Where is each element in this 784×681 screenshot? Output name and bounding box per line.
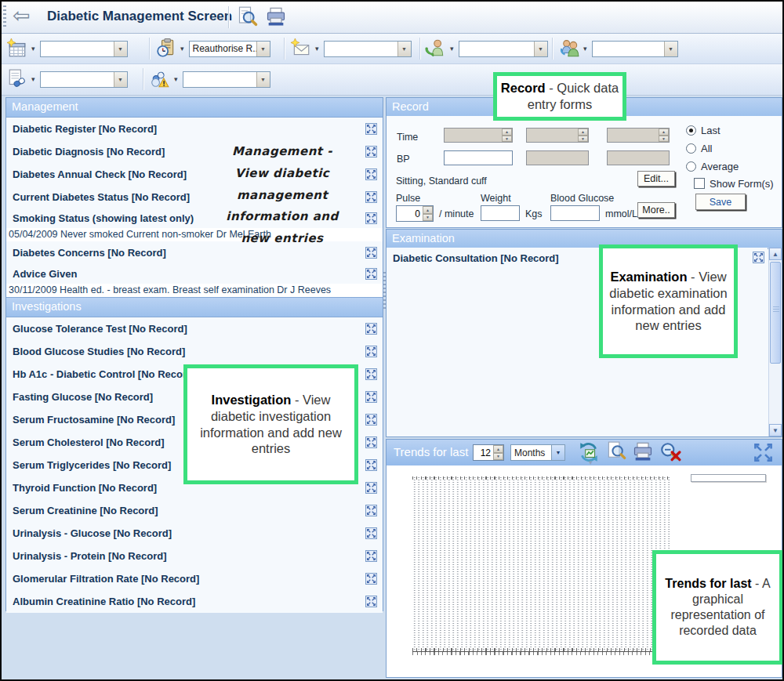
- spin-up-icon[interactable]: ▲: [659, 129, 669, 136]
- show-forms-checkbox[interactable]: Show Form(s): [694, 178, 774, 190]
- list-item[interactable]: Urinalysis - Protein [No Record]: [6, 545, 383, 567]
- expand-icon[interactable]: [365, 368, 377, 380]
- list-item[interactable]: Advice Given: [6, 264, 383, 284]
- expand-icon[interactable]: [365, 123, 377, 135]
- radio-last[interactable]: Last: [686, 125, 720, 136]
- spin-down-icon[interactable]: ▼: [578, 136, 588, 143]
- expand-icon[interactable]: [365, 436, 377, 448]
- expand-icon[interactable]: [365, 527, 377, 539]
- toolbar-grip[interactable]: [3, 5, 6, 29]
- reauthorise-menu-caret-icon[interactable]: ▾: [180, 45, 184, 53]
- list-item[interactable]: Albumin Creatinine Ratio [No Record]: [6, 590, 383, 613]
- dropdown-arrow-icon[interactable]: ▼: [534, 42, 547, 56]
- radio-all[interactable]: All: [686, 143, 712, 154]
- expand-icon[interactable]: [365, 346, 377, 357]
- dropdown-arrow-icon[interactable]: ▼: [256, 42, 270, 56]
- spin-up-icon[interactable]: ▲: [502, 129, 512, 136]
- appointment-combobox[interactable]: ▼: [40, 41, 128, 57]
- mail-combobox[interactable]: ▼: [324, 41, 412, 57]
- radio-icon[interactable]: [686, 143, 696, 154]
- examination-vertical-scrollbar[interactable]: ▲ ▼: [768, 248, 782, 436]
- time-field-2[interactable]: ▲▼: [526, 128, 589, 143]
- period-value: 12: [474, 447, 491, 458]
- dropdown-arrow-icon[interactable]: ▼: [114, 42, 127, 56]
- list-item[interactable]: Blood Glucose Studies [No Record]: [6, 340, 383, 363]
- back-arrow-icon[interactable]: ⇦: [13, 3, 31, 28]
- spin-up-icon[interactable]: ▲: [493, 445, 503, 453]
- expand-icon[interactable]: [365, 550, 377, 562]
- spin-down-icon[interactable]: ▼: [502, 136, 512, 143]
- checkbox-icon[interactable]: [694, 178, 705, 189]
- bp-field-1[interactable]: [444, 150, 513, 165]
- reauthorise-combobox[interactable]: Reauthorise R... ▼: [189, 41, 270, 57]
- calendar-menu-caret-icon[interactable]: ▾: [31, 45, 35, 53]
- expand-icon[interactable]: [365, 268, 377, 280]
- trends-unit-combobox[interactable]: Months ▼: [510, 444, 565, 461]
- expand-icon[interactable]: [365, 459, 377, 471]
- print-chart-icon[interactable]: [632, 441, 654, 463]
- referral-combobox[interactable]: ▼: [459, 41, 548, 57]
- expand-icon[interactable]: [753, 252, 764, 263]
- collapse-caret-icon[interactable]: ▾: [589, 458, 593, 466]
- patient-consultation-icon[interactable]: [558, 38, 582, 59]
- list-item[interactable]: Urinalysis - Glucose [No Record]: [6, 522, 383, 545]
- calendar-new-icon[interactable]: [6, 38, 30, 59]
- patient-referral-icon[interactable]: [425, 38, 448, 59]
- expand-icon[interactable]: [365, 505, 377, 516]
- bp-field-3[interactable]: [607, 150, 670, 165]
- list-item[interactable]: Glomerular Filtration Rate [No Record]: [6, 567, 383, 590]
- spin-up-icon[interactable]: ▲: [578, 129, 588, 136]
- prescription-combobox[interactable]: ▼: [40, 71, 128, 88]
- consultation-menu-caret-icon[interactable]: ▾: [583, 45, 587, 53]
- scrollbar-thumb[interactable]: [770, 262, 781, 364]
- referral-menu-caret-icon[interactable]: ▾: [450, 45, 454, 53]
- weight-field[interactable]: [481, 205, 520, 221]
- more-button[interactable]: More..: [637, 202, 675, 218]
- bp-field-2[interactable]: [526, 150, 589, 165]
- dropdown-arrow-icon[interactable]: ▼: [664, 42, 677, 56]
- dropdown-arrow-icon[interactable]: ▼: [256, 72, 270, 87]
- spin-down-icon[interactable]: ▼: [493, 453, 503, 461]
- spin-down-icon[interactable]: ▼: [659, 136, 669, 143]
- trends-period-stepper[interactable]: 12 ▲▼: [473, 444, 504, 461]
- spin-up-icon[interactable]: ▲: [423, 206, 433, 214]
- prescription-pill-icon[interactable]: [6, 69, 30, 89]
- medication-warning-caret-icon[interactable]: ▾: [174, 75, 178, 83]
- pills-warning-icon[interactable]: [149, 69, 172, 89]
- blood-glucose-field[interactable]: [550, 205, 600, 221]
- mail-new-icon[interactable]: [290, 38, 314, 59]
- expand-trends-icon[interactable]: [753, 442, 775, 464]
- list-item[interactable]: Glucose Tolerance Test [No Record]: [6, 317, 383, 340]
- save-button[interactable]: Save: [695, 194, 746, 210]
- scroll-up-icon[interactable]: ▲: [769, 248, 782, 260]
- time-field-1[interactable]: ▲▼: [444, 128, 513, 143]
- radio-average[interactable]: Average: [686, 161, 739, 172]
- scroll-down-icon[interactable]: ▼: [769, 424, 782, 436]
- expand-icon[interactable]: [365, 414, 377, 426]
- edit-button[interactable]: Edit...: [637, 171, 675, 187]
- dropdown-arrow-icon[interactable]: ▼: [397, 42, 411, 56]
- medication-warning-combobox[interactable]: ▼: [183, 71, 270, 88]
- clipboard-clock-icon[interactable]: [155, 38, 179, 59]
- mail-menu-caret-icon[interactable]: ▾: [315, 45, 319, 53]
- expand-icon[interactable]: [365, 391, 377, 403]
- dropdown-arrow-icon[interactable]: ▼: [114, 72, 127, 87]
- print-preview-icon[interactable]: [237, 6, 259, 28]
- print-icon[interactable]: [265, 6, 287, 28]
- prescription-menu-caret-icon[interactable]: ▾: [31, 75, 35, 83]
- remove-series-icon[interactable]: [659, 441, 681, 463]
- chart-preview-icon[interactable]: [606, 441, 628, 463]
- expand-icon[interactable]: [365, 323, 377, 335]
- spin-down-icon[interactable]: ▼: [423, 214, 433, 222]
- expand-icon[interactable]: [365, 596, 377, 607]
- expand-icon[interactable]: [365, 482, 377, 494]
- radio-icon[interactable]: [686, 161, 696, 172]
- list-item[interactable]: Diabetic Register [No Record]: [6, 118, 383, 140]
- list-item[interactable]: Serum Creatinine [No Record]: [6, 499, 383, 522]
- dropdown-arrow-icon[interactable]: ▼: [551, 445, 564, 460]
- radio-icon[interactable]: [686, 125, 696, 136]
- expand-icon[interactable]: [365, 573, 377, 585]
- time-field-3[interactable]: ▲▼: [607, 128, 670, 143]
- pulse-stepper[interactable]: 0▲▼: [396, 205, 434, 222]
- consultation-combobox[interactable]: ▼: [592, 41, 678, 57]
